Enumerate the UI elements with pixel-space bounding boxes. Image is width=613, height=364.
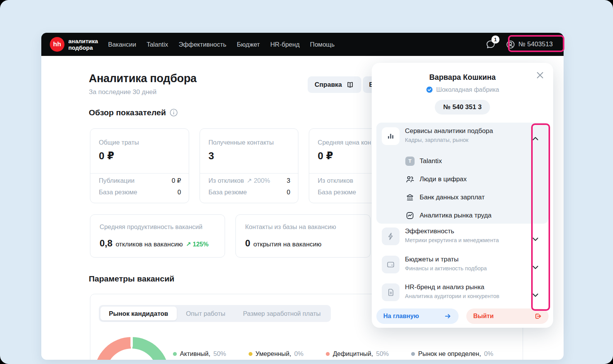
nav-item-help[interactable]: Помощь (310, 41, 335, 48)
bar-chart-icon (382, 127, 400, 145)
candidate-market-donut-chart (94, 337, 169, 360)
wallet-icon (382, 256, 400, 273)
notifications-button[interactable]: 1 (485, 39, 496, 50)
metric-card-contacts: Полученные контакты 3 Из откликов ↗ 200%… (200, 128, 298, 203)
chevron-down-icon (531, 234, 540, 244)
verified-badge-icon (426, 86, 433, 93)
trend-value: ↗ 200% (247, 177, 270, 184)
nav-item-hr-brand[interactable]: HR-бренд (270, 41, 300, 48)
menu-section-budgets[interactable]: Бюджеты и траты Финансы и активность под… (376, 256, 549, 280)
menu-item-salary-databank[interactable]: Банк данных зарплат (405, 188, 541, 206)
nav-item-talantix[interactable]: Talantix (147, 41, 168, 48)
metric-sub-row: База резюме 0 (99, 189, 181, 196)
metric-value: 0 ₽ (99, 150, 114, 162)
tab-work-experience[interactable]: Опыт работы (178, 307, 234, 320)
nav-item-effectiveness[interactable]: Эффективность (179, 41, 227, 48)
bank-icon (405, 193, 415, 202)
trend-value: ↗ 125% (186, 241, 208, 248)
document-icon (382, 283, 400, 301)
params-tabbar: Рынок кандидатов Опыт работы Размер зара… (99, 305, 331, 322)
chevron-up-icon (531, 134, 540, 143)
metric-sub-row: Из откликов ↗ 200% 3 (208, 177, 290, 184)
metric-card-total-spend: Общие траты 0 ₽ Публикации 0 ₽ База резю… (90, 128, 189, 203)
chevron-down-icon (531, 263, 540, 272)
page-title: Аналитика подбора (89, 72, 196, 85)
company-row: Шоколадная фабрика (372, 86, 553, 93)
people-icon (405, 175, 415, 184)
section-header-analytics-services[interactable]: Сервисы аналитики подбора Кадры, зарплат… (382, 127, 525, 145)
legend-item-moderate: Умеренный, 0% (249, 350, 303, 357)
book-icon (346, 81, 354, 89)
params-heading: Параметры вакансий (89, 274, 174, 283)
chart-legend: Активный, 50% Умеренный, 0% Дефицитный, … (173, 350, 493, 357)
top-navbar: hh аналитика подбора Вакансии Talantix Э… (41, 33, 564, 56)
metric-sub-row: База резюме 0 (208, 189, 290, 196)
nav-item-budget[interactable]: Бюджет (237, 41, 260, 48)
talantix-logo-icon: T (405, 157, 415, 166)
metric-sub-row: Публикации 0 ₽ (99, 177, 181, 184)
hh-logo-text: hh (53, 40, 61, 48)
menu-section-analytics-services: Сервисы аналитики подбора Кадры, зарплат… (376, 123, 549, 224)
legend-item-deficit: Дефицитный, 50% (326, 350, 389, 357)
trend-chart-icon (405, 211, 415, 220)
legend-item-active: Активный, 50% (173, 350, 226, 357)
home-button[interactable]: На главную (376, 308, 459, 324)
period-subtitle: За последние 30 дней (89, 88, 156, 96)
chevron-down-icon (531, 290, 540, 300)
metric-value: 0 (245, 238, 250, 249)
logout-button[interactable]: Выйти (466, 308, 549, 324)
menu-section-hr-brand[interactable]: HR-бренд и анализ рынка Аналитика аудито… (376, 283, 549, 307)
arrow-right-icon (444, 312, 452, 320)
legend-item-undefined: Рынок не определен, 0% (411, 350, 493, 357)
profile-dropdown-panel: Варвара Кошкина Шоколадная фабрика № 540… (372, 63, 553, 328)
menu-item-talantix[interactable]: T Talantix (405, 152, 541, 170)
metric-value: 3 (208, 150, 214, 162)
tab-candidate-market[interactable]: Рынок кандидатов (100, 307, 177, 320)
lightning-icon (382, 228, 400, 245)
hh-logo[interactable]: hh (50, 37, 64, 52)
user-name: Варвара Кошкина (372, 73, 553, 82)
tab-salary-size[interactable]: Размер заработной платы (235, 307, 329, 320)
legend-dot-yellow (249, 352, 252, 356)
menu-item-people-in-numbers[interactable]: Люди в цифрах (405, 170, 541, 188)
account-menu-button[interactable]: № 5403513 (502, 37, 557, 52)
notification-badge: 1 (491, 35, 500, 44)
metric-card-db-contacts: Контакты из базы на вакансию 0 открытия … (235, 214, 371, 258)
metric-value: 0 ₽ (318, 150, 333, 162)
legend-dot-gray (411, 352, 415, 356)
menu-item-labor-market-analytics[interactable]: Аналитика рынка труда (405, 206, 541, 224)
menu-section-effectiveness[interactable]: Эффективность Метрики рекрутинга и менед… (376, 228, 549, 251)
metric-card-avg-productivity: Средняя продуктивность вакансий 0,8 откл… (90, 214, 225, 258)
nav-item-vacancies[interactable]: Вакансии (108, 41, 136, 48)
profile-icon (506, 40, 515, 49)
account-id: № 5403513 (518, 40, 553, 48)
main-nav: Вакансии Talantix Эффективность Бюджет H… (108, 41, 335, 48)
employer-id-badge: № 540 351 3 (435, 100, 490, 115)
metric-value: 0,8 (100, 238, 112, 249)
legend-dot-red (326, 352, 330, 356)
logout-icon (534, 312, 542, 320)
brand-title: аналитика подбора (68, 38, 98, 51)
info-icon[interactable] (169, 108, 178, 117)
navbar-right: 1 № 5403513 (485, 37, 557, 52)
help-button[interactable]: Справка (308, 76, 361, 93)
legend-dot-green (173, 352, 177, 356)
app-background: hh аналитика подбора Вакансии Talantix Э… (0, 0, 613, 364)
overview-heading: Обзор показателей (89, 108, 178, 117)
